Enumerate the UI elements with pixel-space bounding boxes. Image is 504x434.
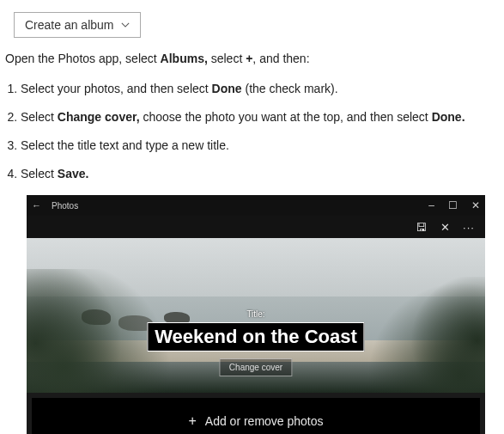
title-group: Title: Weekend on the Coast Change cover <box>72 309 439 376</box>
create-album-label: Create an album <box>25 18 114 32</box>
album-cover: Title: Weekend on the Coast Change cover <box>27 238 485 393</box>
photos-app-screenshot: ← Photos – ☐ ✕ 🖫 ✕ ··· Title: Weekend on… <box>27 195 485 434</box>
save-icon[interactable]: 🖫 <box>415 221 427 234</box>
step-1-bold: Done <box>212 82 242 95</box>
plus-icon: + <box>188 413 196 429</box>
step-1-post: (the check mark). <box>242 82 338 95</box>
step-4-bold: Save. <box>58 167 89 180</box>
step-4-pre: Select <box>21 167 58 180</box>
add-remove-photos-button[interactable]: + Add or remove photos <box>32 398 480 434</box>
window-titlebar: ← Photos – ☐ ✕ <box>27 195 485 216</box>
step-1-pre: Select your photos, and then select <box>21 82 212 95</box>
chevron-down-icon <box>121 21 130 29</box>
intro-text: Open the Photos app, select Albums, sele… <box>5 50 499 68</box>
step-2-bold2: Done. <box>432 110 465 124</box>
intro-post: , and then: <box>252 52 309 65</box>
create-album-dropdown[interactable]: Create an album <box>14 12 141 38</box>
intro-bold-albums: Albums, <box>161 52 208 65</box>
steps-list: Select your photos, and then select Done… <box>21 80 499 183</box>
step-2-pre: Select <box>21 110 58 124</box>
change-cover-button[interactable]: Change cover <box>220 358 292 376</box>
step-2-bold1: Change cover, <box>58 110 140 124</box>
step-1: Select your photos, and then select Done… <box>21 80 499 98</box>
cancel-icon[interactable]: ✕ <box>439 221 451 234</box>
step-2-mid: choose the photo you want at the top, an… <box>140 110 432 124</box>
step-3-text: Select the title text and type a new tit… <box>21 138 229 152</box>
step-3: Select the title text and type a new tit… <box>21 137 499 155</box>
window-minimize-icon[interactable]: – <box>428 200 434 211</box>
add-remove-label: Add or remove photos <box>205 414 324 428</box>
title-label: Title: <box>72 309 439 319</box>
back-icon[interactable]: ← <box>32 200 41 211</box>
step-4: Select Save. <box>21 165 499 183</box>
window-maximize-icon[interactable]: ☐ <box>448 200 458 211</box>
more-icon[interactable]: ··· <box>463 221 475 234</box>
intro-mid: select <box>208 52 246 65</box>
step-2: Select Change cover, choose the photo yo… <box>21 108 499 126</box>
app-name: Photos <box>52 201 78 211</box>
intro-pre: Open the Photos app, select <box>5 52 161 65</box>
window-close-icon[interactable]: ✕ <box>471 200 480 211</box>
album-title-input[interactable]: Weekend on the Coast <box>147 322 365 351</box>
app-toolbar: 🖫 ✕ ··· <box>27 216 485 238</box>
